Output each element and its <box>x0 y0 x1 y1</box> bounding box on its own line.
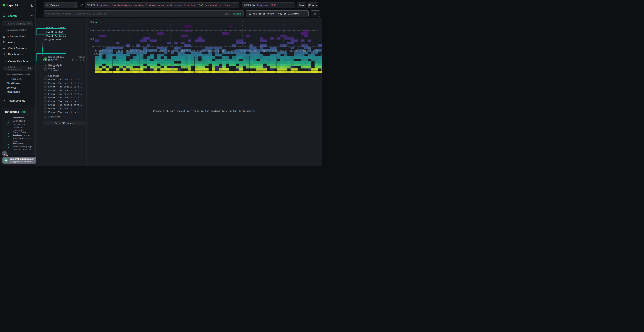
gridline-vertical <box>201 20 202 47</box>
preset-link-clickhouse[interactable]: ClickHouse <box>6 82 20 85</box>
checkbox[interactable] <box>44 89 46 91</box>
sidebar-collapse-icon[interactable] <box>30 4 34 8</box>
x-axis-date-label: 5/26/25 <box>94 52 104 55</box>
no-saved-searches-note: No saved searches <box>6 28 27 31</box>
checkbox[interactable] <box>44 82 46 84</box>
create-dashboard-button[interactable]: + Create Dashboard <box>0 60 36 63</box>
user-menu[interactable]: D dale@clickhouse.com dale@clickhouse.co… <box>2 157 36 164</box>
preset-link-services[interactable]: Services <box>6 86 16 89</box>
analysis-mode-event-deltas[interactable]: Event Deltas <box>46 30 63 33</box>
x-axis-tick: 5:30pm <box>165 49 176 52</box>
presets-toggle[interactable]: PRESETS <box>0 78 36 80</box>
chevron-up-icon[interactable] <box>31 112 33 113</box>
source-select[interactable]: Traces <box>44 2 78 8</box>
filter-option-label: Error: The credit card … <box>48 78 82 81</box>
save-button[interactable]: Save <box>297 2 306 8</box>
checkbox[interactable] <box>44 104 46 106</box>
sql-token: Timestamp <box>97 4 109 6</box>
sql-token: / <box>195 4 199 6</box>
search-icon <box>4 66 7 70</box>
x-axis-tick: 6:15pm <box>196 49 206 52</box>
get-started-item-subtitle: Configure where your data comes from <box>13 134 35 143</box>
gridline-vertical <box>283 20 284 47</box>
source-select-value: Traces <box>50 4 59 6</box>
source-settings-gear-icon[interactable] <box>80 4 83 8</box>
sidebar-item-chart-explorer[interactable]: Chart Explorer <box>0 35 36 38</box>
sidebar-item-alerts[interactable]: Alerts <box>0 40 36 44</box>
sql-orderby-input[interactable]: ORDER BY Timestamp DESC <box>242 2 295 8</box>
show-more-link[interactable]: Show more <box>44 115 60 118</box>
checkbox[interactable] <box>44 93 46 95</box>
team-settings-label: Team Settings <box>8 99 25 102</box>
gridline-600 <box>95 22 318 22</box>
sidebar-item-dashboards[interactable]: Dashboards <box>0 52 36 56</box>
sql-select-keyword: SELECT <box>87 4 95 6</box>
sql-token: StatusCode as level <box>146 4 172 6</box>
help-button[interactable]: ? <box>2 151 7 156</box>
time-range-picker[interactable]: May 26 15:40:00 - May 26 21:10:00 <box>246 10 308 17</box>
checkbox[interactable] <box>44 86 46 88</box>
gear-icon <box>3 99 6 103</box>
get-started-item-title: Add Data <box>13 142 34 145</box>
user-email: dale@clickhouse.com <box>10 158 34 160</box>
filter-option-label: Error: The credit card … <box>48 93 82 95</box>
x-axis-tick: 6:00pm <box>186 49 196 52</box>
checkbox[interactable] <box>44 107 46 110</box>
sql-select-input[interactable]: SELECT Timestamp, ServiceName as service… <box>85 2 239 8</box>
sql-token: DESC <box>271 4 276 6</box>
search-icon <box>44 74 47 78</box>
x-axis-tick: 5:15pm <box>155 49 166 52</box>
checkbox[interactable] <box>44 96 46 98</box>
chevron-down-icon <box>6 78 8 80</box>
analysis-mode-results-table[interactable]: Results Table <box>46 26 64 29</box>
sidebar-item-search[interactable]: Search <box>0 14 36 18</box>
lang-toggle-sql[interactable]: SQL <box>225 12 229 15</box>
gridline-vertical <box>170 20 171 47</box>
get-started-card: Get Started 3/3 Connect to ClickHouse Se… <box>2 108 35 155</box>
y-axis-tick: 400 <box>86 29 94 32</box>
sidebar-item-team-settings[interactable]: Team Settings <box>0 99 36 102</box>
more-filters-button[interactable]: More filters <box>43 121 86 125</box>
sidebar-item-label: Alerts <box>8 41 15 44</box>
filter-option-internal[interactable]: Internal <box>48 69 60 71</box>
gridline-vertical <box>232 20 232 47</box>
clear-servicename-link[interactable]: Clear <box>78 56 85 58</box>
x-axis-tick: 8:15pm <box>278 49 288 52</box>
app-title: HyperDX <box>7 4 18 7</box>
sql-token: ServiceName as service <box>112 4 143 6</box>
sql-token: Duration <box>184 4 195 6</box>
saved-searches-placeholder: Saved Searches <box>8 22 26 25</box>
clear-all-link[interactable]: Clear all <box>72 59 84 61</box>
alerts-button[interactable]: Alerts <box>308 2 318 8</box>
checkbox[interactable] <box>44 111 46 113</box>
gridline-vertical <box>252 20 253 47</box>
sidebar-item-client-sessions[interactable]: Client Sessions <box>0 46 36 50</box>
filter-group-spankind-label: SpanKind <box>48 65 60 68</box>
create-dashboard-label: Create Dashboard <box>8 60 30 63</box>
x-axis-tick: 5:45pm <box>176 49 186 52</box>
x-axis-tick: 8:45pm <box>299 49 309 52</box>
preset-link-kubernetes[interactable]: Kubernetes <box>6 90 20 93</box>
filter-option-label: Error: The credit card … <box>48 100 82 103</box>
saved-searches-input[interactable]: Saved Searches ⌘K <box>2 21 34 26</box>
source-tray-icon <box>46 4 49 6</box>
gridline-200 <box>95 39 318 39</box>
laptop-icon <box>3 47 6 50</box>
select-updown-icon <box>75 4 76 6</box>
event-search-input[interactable]: Search your events w/ Lucene ex. column:… <box>44 10 244 17</box>
checkbox-internal[interactable] <box>44 68 47 71</box>
lang-toggle-lucene[interactable]: Lucene <box>233 12 241 15</box>
sidebar-item-label: Chart Explorer <box>8 35 26 38</box>
check-circle-icon <box>7 144 10 148</box>
run-query-button[interactable]: ▷ <box>311 10 320 17</box>
sidebar-item-label: Dashboards <box>8 52 22 56</box>
heatmap-hint-message: Please highlight an outlier range in the… <box>86 110 322 112</box>
checkbox[interactable] <box>44 100 46 102</box>
search-icon <box>44 65 47 68</box>
chevron-up-icon <box>31 54 33 55</box>
x-axis-tick: 9:00pm <box>309 49 319 52</box>
filter-option-label: Error: The credit card … <box>48 85 82 88</box>
analysis-mode-event-patterns[interactable]: Event Patterns <box>46 35 66 38</box>
saved-dashboards-input[interactable]: Saved Dashboards ⌘K <box>2 66 34 70</box>
checkbox[interactable] <box>44 78 46 80</box>
